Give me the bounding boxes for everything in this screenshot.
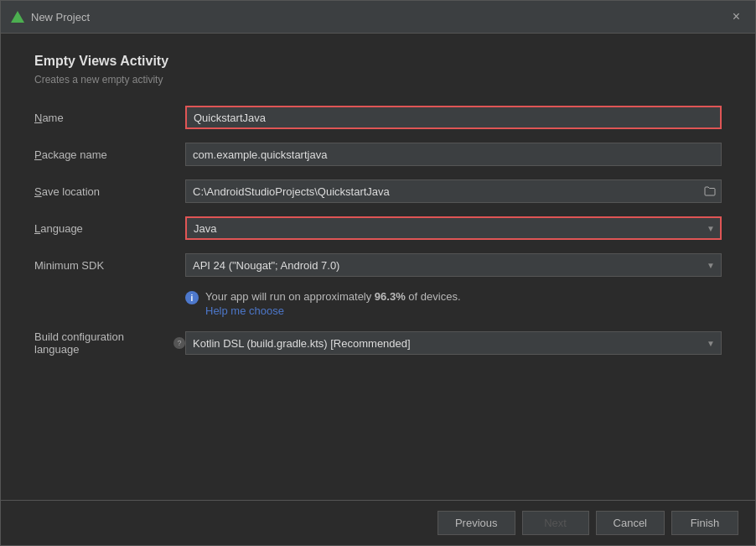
name-field-container: [185, 106, 722, 129]
dialog-footer: Previous Next Cancel Finish: [1, 500, 755, 545]
minimum-sdk-field-container: API 24 ("Nougat"; Android 7.0) API 21 AP…: [185, 253, 722, 277]
section-title: Empty Views Activity: [34, 54, 722, 69]
info-text-suffix: of devices.: [406, 290, 461, 303]
save-location-label: Save location: [34, 185, 185, 198]
build-config-help-icon[interactable]: ?: [173, 337, 185, 349]
folder-icon: [704, 186, 716, 196]
folder-browse-button[interactable]: [699, 179, 722, 203]
name-row: Name: [34, 106, 722, 129]
minimum-sdk-label: Minimum SDK: [34, 259, 185, 272]
finish-button[interactable]: Finish: [671, 511, 738, 535]
build-config-select-wrapper: Kotlin DSL (build.gradle.kts) [Recommend…: [185, 331, 722, 355]
info-percentage: 96.3%: [375, 290, 406, 303]
next-button[interactable]: Next: [522, 511, 589, 535]
language-select[interactable]: Java Kotlin: [185, 216, 722, 240]
save-location-field-container: [185, 179, 722, 203]
cancel-button[interactable]: Cancel: [596, 511, 665, 535]
dialog-title: New Project: [31, 11, 728, 23]
help-link[interactable]: Help me choose: [205, 304, 461, 317]
package-name-row: Package name: [34, 143, 722, 166]
section-subtitle: Creates a new empty activity: [34, 74, 722, 86]
minimum-sdk-select-wrapper: API 24 ("Nougat"; Android 7.0) API 21 AP…: [185, 253, 722, 277]
previous-button[interactable]: Previous: [438, 511, 515, 535]
build-config-label: Build configuration language ?: [34, 330, 185, 356]
build-config-select[interactable]: Kotlin DSL (build.gradle.kts) [Recommend…: [185, 331, 722, 355]
save-location-row: Save location: [34, 179, 722, 203]
save-location-input[interactable]: [185, 179, 699, 203]
build-config-row: Build configuration language ? Kotlin DS…: [34, 330, 722, 356]
minimum-sdk-row: Minimum SDK API 24 ("Nougat"; Android 7.…: [34, 253, 722, 277]
title-bar: New Project ×: [1, 1, 755, 34]
language-row: Language Java Kotlin ▼: [34, 216, 722, 240]
name-label: Name: [34, 112, 185, 124]
save-location-input-group: [185, 179, 722, 203]
dialog-body: Empty Views Activity Creates a new empty…: [1, 34, 755, 500]
language-select-wrapper: Java Kotlin ▼: [185, 216, 722, 240]
info-content: Your app will run on approximately 96.3%…: [205, 290, 461, 317]
new-project-dialog: New Project × Empty Views Activity Creat…: [0, 0, 756, 546]
language-field-container: Java Kotlin ▼: [185, 216, 722, 240]
language-label: Language: [34, 222, 185, 235]
name-input[interactable]: [185, 106, 722, 129]
package-name-label: Package name: [34, 148, 185, 161]
info-text-prefix: Your app will run on approximately: [205, 290, 375, 303]
close-button[interactable]: ×: [728, 8, 745, 26]
minimum-sdk-select[interactable]: API 24 ("Nougat"; Android 7.0) API 21 AP…: [185, 253, 722, 277]
info-row: i Your app will run on approximately 96.…: [185, 290, 722, 317]
package-name-field-container: [185, 143, 722, 166]
build-config-label-text: Build configuration language: [34, 330, 170, 356]
build-config-field-container: Kotlin DSL (build.gradle.kts) [Recommend…: [185, 331, 722, 355]
package-name-input[interactable]: [185, 143, 722, 166]
info-icon: i: [185, 291, 199, 304]
android-studio-icon: [11, 10, 24, 23]
